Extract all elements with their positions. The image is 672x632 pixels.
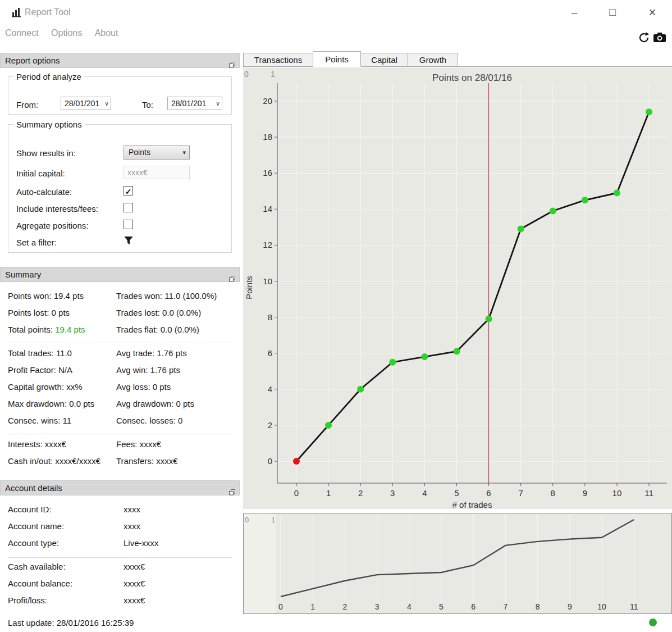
menu-bar: Connect Options About [5,28,128,38]
stray-tick-1: 1 [271,516,275,524]
initial-capital-input[interactable] [124,166,190,179]
account-name-value: xxxx [124,521,140,531]
data-point [518,226,524,233]
app-window: Report Tool – □ × Connect Options About … [0,0,672,632]
interests: Interests: xxxx€ [8,439,66,449]
avg-drawdown: Avg drawdown: 0 pts [116,399,194,408]
set-filter-label: Set a filter: [16,238,57,247]
x-tick-label: 7 [518,488,523,498]
cash-in-out: Cash in/out: xxxx€/xxxx€ [8,456,100,466]
auto-calculate-checkbox[interactable]: ✓ [124,186,133,195]
y-tick-label: 6 [268,348,272,358]
data-point [582,197,588,203]
refresh-icon[interactable] [638,31,650,46]
points-won: Points won: 19.4 pts [8,291,84,301]
section-title: Account details [5,483,62,493]
tab-capital[interactable]: Capital [360,53,408,67]
transfers: Transfers: xxxx€ [116,456,177,466]
menu-connect[interactable]: Connect [5,28,39,38]
aggregate-positions-checkbox[interactable]: ✓ [124,220,133,229]
section-header-report-options: Report options [0,53,240,68]
max-drawdown: Max drawdown: 0.0 pts [8,399,94,408]
tab-strip-line [243,66,672,67]
chart-navigator[interactable]: 01234567891011 0 1 [243,513,672,614]
tab-bar: Transactions Points Capital Growth [243,51,672,67]
to-date-dropdown[interactable]: 28/01/201 ∨ [167,97,222,110]
summary-row: Cash in/out: xxxx€/xxxx€ Transfers: xxxx… [0,456,240,473]
x-tick-label: 0 [294,488,299,498]
total-trades: Total trades: 11.0 [8,348,72,358]
y-tick-label: 20 [263,96,272,106]
data-point [325,422,332,429]
combo-arrow-icon: ▾ [182,146,186,159]
x-tick-label: 4 [422,488,427,498]
include-fees-checkbox[interactable]: ✓ [124,203,133,212]
from-label: From: [16,100,38,110]
data-point [453,348,460,354]
include-fees-label: Include interests/fees: [16,204,98,213]
fees: Fees: xxxx€ [116,439,161,449]
navigator-x-tick-label: 4 [407,602,412,611]
y-tick-label: 4 [268,384,272,394]
float-panel-icon[interactable] [229,485,235,499]
x-tick-label: 8 [551,488,555,498]
account-row: Account balance: xxxx€ [0,579,240,595]
aggregate-positions-label: Agregate positions: [16,221,88,230]
account-balance-value: xxxx€ [124,579,145,588]
data-point [357,386,364,393]
navigator-x-tick-label: 1 [310,602,315,611]
navigator-series-line [281,520,634,597]
x-tick-label: 3 [390,488,395,498]
account-id-label: Account ID: [8,504,52,514]
y-tick-label: 12 [263,240,272,249]
data-point [486,316,492,322]
maximize-button[interactable]: □ [600,3,625,21]
minimize-button[interactable]: – [561,3,587,21]
account-row: Profit/loss: xxxx€ [0,595,240,612]
x-tick-label: 5 [454,488,459,498]
navigator-x-tick-label: 6 [471,602,476,611]
last-update-status: Last update: 28/01/2016 16:25:39 [8,618,134,628]
chevron-down-icon: ∨ [104,97,109,110]
trades-lost: Trades lost: 0.0 (0.0%) [116,308,201,317]
section-title: Summary [5,270,41,279]
summary-row: Max drawdown: 0.0 pts Avg drawdown: 0 pt… [0,399,240,416]
y-tick-label: 8 [268,312,272,322]
from-date-value: 28/01/201 [65,99,99,108]
navigator-x-tick-label: 0 [278,602,283,611]
menu-options[interactable]: Options [51,28,82,38]
float-panel-icon[interactable] [229,58,235,72]
capital-growth: Capital growth: xx% [8,382,83,392]
camera-icon[interactable] [653,32,666,45]
avg-trade: Avg trade: 1.76 pts [116,348,187,358]
from-date-dropdown[interactable]: 28/01/201 ∨ [61,97,111,110]
navigator-x-tick-label: 3 [375,602,380,611]
group-title: Period of analyze [13,72,84,81]
cash-available-value: xxxx€ [124,562,145,571]
filter-icon[interactable] [124,236,134,247]
account-type-value: Live-xxxx [124,538,159,548]
summary-row: Consec. wins: 11 Consec. losses: 0 [0,416,240,433]
summary-row: Capital growth: xx% Avg loss: 0 pts [0,382,240,399]
account-row: Account ID: xxxx [0,504,240,521]
chevron-down-icon: ∨ [216,97,220,110]
period-of-analyze-group: Period of analyze From: 28/01/201 ∨ To: … [8,76,232,115]
account-id-value: xxxx [124,504,140,514]
profit-factor: Profit Factor: N/A [8,365,72,375]
menu-about[interactable]: About [95,28,118,38]
tab-points[interactable]: Points [313,51,361,67]
tab-growth[interactable]: Growth [408,53,458,67]
float-panel-icon[interactable] [229,272,235,286]
avg-win: Avg win: 1.76 pts [116,365,180,375]
data-point [646,108,652,115]
total-points-value: 19.4 pts [55,325,85,334]
consec-wins: Consec. wins: 11 [8,416,71,425]
chart-title: Points on 28/01/16 [432,72,512,83]
summary-row: Total points: 19.4 pts Trades flat: 0.0 … [0,325,240,342]
data-point [550,208,556,215]
tab-transactions[interactable]: Transactions [243,53,313,67]
show-results-combobox[interactable]: Points ▾ [124,146,190,160]
divider [8,343,232,343]
close-button[interactable]: × [639,3,665,21]
summary-row: Total trades: 11.0 Avg trade: 1.76 pts [0,348,240,365]
